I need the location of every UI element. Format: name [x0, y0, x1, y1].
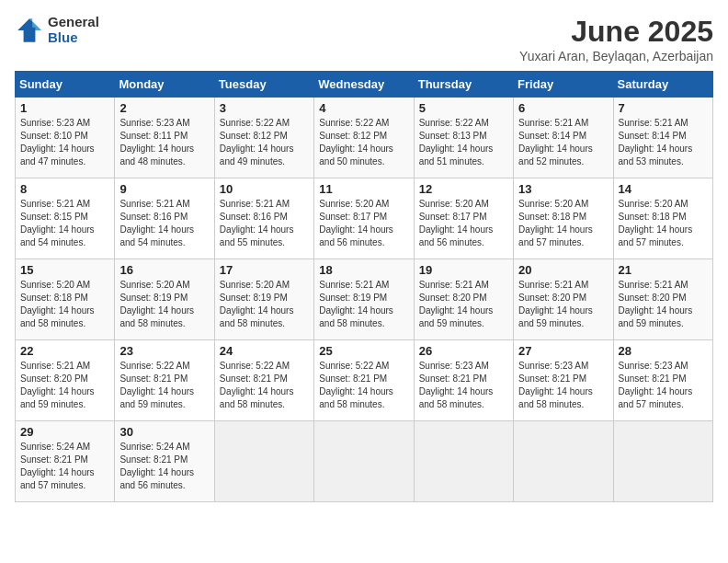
day-info: Sunrise: 5:22 AMSunset: 8:21 PMDaylight:…	[319, 361, 393, 409]
logo: General Blue	[15, 15, 99, 45]
day-info: Sunrise: 5:20 AMSunset: 8:17 PMDaylight:…	[319, 199, 393, 247]
logo-general: General	[48, 15, 99, 30]
calendar-cell: 4 Sunrise: 5:22 AMSunset: 8:12 PMDayligh…	[314, 98, 414, 178]
day-info: Sunrise: 5:24 AMSunset: 8:21 PMDaylight:…	[119, 442, 194, 490]
day-info: Sunrise: 5:20 AMSunset: 8:19 PMDaylight:…	[220, 280, 294, 328]
day-number: 25	[319, 344, 408, 358]
day-number: 7	[619, 101, 708, 115]
day-info: Sunrise: 5:23 AMSunset: 8:10 PMDaylight:…	[20, 118, 95, 167]
weekday-header-row: SundayMondayTuesdayWednesdayThursdayFrid…	[16, 72, 713, 98]
day-info: Sunrise: 5:21 AMSunset: 8:14 PMDaylight:…	[619, 118, 693, 167]
day-info: Sunrise: 5:20 AMSunset: 8:18 PMDaylight:…	[20, 280, 95, 328]
day-number: 5	[419, 101, 508, 115]
calendar-cell: 29 Sunrise: 5:24 AMSunset: 8:21 PMDaylig…	[16, 421, 115, 502]
logo-blue: Blue	[48, 30, 99, 46]
calendar-cell: 28 Sunrise: 5:23 AMSunset: 8:21 PMDaylig…	[613, 340, 712, 421]
calendar-cell: 15 Sunrise: 5:20 AMSunset: 8:18 PMDaylig…	[16, 259, 115, 340]
calendar-week-row: 29 Sunrise: 5:24 AMSunset: 8:21 PMDaylig…	[16, 421, 713, 502]
day-number: 1	[20, 101, 109, 115]
day-info: Sunrise: 5:21 AMSunset: 8:19 PMDaylight:…	[319, 280, 393, 328]
calendar-cell: 25 Sunrise: 5:22 AMSunset: 8:21 PMDaylig…	[314, 340, 414, 421]
day-info: Sunrise: 5:21 AMSunset: 8:14 PMDaylight:…	[518, 118, 593, 167]
day-number: 13	[518, 182, 608, 196]
day-number: 3	[220, 101, 309, 115]
day-number: 21	[619, 263, 708, 277]
day-info: Sunrise: 5:20 AMSunset: 8:19 PMDaylight:…	[119, 280, 194, 328]
day-number: 9	[119, 182, 209, 196]
day-info: Sunrise: 5:23 AMSunset: 8:21 PMDaylight:…	[419, 361, 494, 409]
calendar-cell: 13 Sunrise: 5:20 AMSunset: 8:18 PMDaylig…	[514, 178, 613, 259]
day-number: 26	[419, 344, 508, 358]
calendar-cell: 3 Sunrise: 5:22 AMSunset: 8:12 PMDayligh…	[214, 98, 313, 178]
day-number: 11	[319, 182, 408, 196]
calendar-week-row: 8 Sunrise: 5:21 AMSunset: 8:15 PMDayligh…	[16, 178, 713, 259]
calendar-cell: 24 Sunrise: 5:22 AMSunset: 8:21 PMDaylig…	[214, 340, 313, 421]
weekday-header: Tuesday	[214, 72, 313, 98]
calendar-week-row: 1 Sunrise: 5:23 AMSunset: 8:10 PMDayligh…	[16, 98, 713, 178]
calendar-cell: 5 Sunrise: 5:22 AMSunset: 8:13 PMDayligh…	[414, 98, 513, 178]
day-info: Sunrise: 5:21 AMSunset: 8:20 PMDaylight:…	[419, 280, 494, 328]
day-number: 15	[20, 263, 109, 277]
calendar-cell: 16 Sunrise: 5:20 AMSunset: 8:19 PMDaylig…	[115, 259, 214, 340]
calendar-cell: 17 Sunrise: 5:20 AMSunset: 8:19 PMDaylig…	[214, 259, 313, 340]
day-number: 28	[619, 344, 708, 358]
calendar-cell: 14 Sunrise: 5:20 AMSunset: 8:18 PMDaylig…	[613, 178, 712, 259]
day-number: 6	[518, 101, 608, 115]
calendar-week-row: 15 Sunrise: 5:20 AMSunset: 8:18 PMDaylig…	[16, 259, 713, 340]
calendar-cell: 2 Sunrise: 5:23 AMSunset: 8:11 PMDayligh…	[115, 98, 214, 178]
calendar-cell	[314, 421, 414, 502]
day-info: Sunrise: 5:20 AMSunset: 8:18 PMDaylight:…	[619, 199, 693, 247]
calendar-cell: 21 Sunrise: 5:21 AMSunset: 8:20 PMDaylig…	[613, 259, 712, 340]
calendar-cell: 10 Sunrise: 5:21 AMSunset: 8:16 PMDaylig…	[214, 178, 313, 259]
day-info: Sunrise: 5:21 AMSunset: 8:20 PMDaylight:…	[20, 361, 95, 409]
title-area: June 2025 Yuxari Aran, Beylaqan, Azerbai…	[519, 15, 713, 63]
day-info: Sunrise: 5:22 AMSunset: 8:12 PMDaylight:…	[220, 118, 294, 167]
calendar-subtitle: Yuxari Aran, Beylaqan, Azerbaijan	[519, 49, 713, 63]
day-number: 17	[220, 263, 309, 277]
day-info: Sunrise: 5:23 AMSunset: 8:21 PMDaylight:…	[518, 361, 593, 409]
day-number: 27	[518, 344, 608, 358]
day-info: Sunrise: 5:21 AMSunset: 8:20 PMDaylight:…	[518, 280, 593, 328]
calendar-cell	[514, 421, 613, 502]
day-number: 10	[220, 182, 309, 196]
day-info: Sunrise: 5:20 AMSunset: 8:18 PMDaylight:…	[518, 199, 593, 247]
calendar-cell: 23 Sunrise: 5:22 AMSunset: 8:21 PMDaylig…	[115, 340, 214, 421]
calendar-cell: 9 Sunrise: 5:21 AMSunset: 8:16 PMDayligh…	[115, 178, 214, 259]
day-info: Sunrise: 5:24 AMSunset: 8:21 PMDaylight:…	[20, 442, 95, 490]
day-number: 19	[419, 263, 508, 277]
calendar-cell	[214, 421, 313, 502]
day-info: Sunrise: 5:21 AMSunset: 8:16 PMDaylight:…	[220, 199, 294, 247]
day-info: Sunrise: 5:23 AMSunset: 8:21 PMDaylight:…	[619, 361, 693, 409]
day-info: Sunrise: 5:22 AMSunset: 8:12 PMDaylight:…	[319, 118, 393, 167]
calendar-cell: 30 Sunrise: 5:24 AMSunset: 8:21 PMDaylig…	[115, 421, 214, 502]
logo-text: General Blue	[48, 15, 99, 45]
weekday-header: Sunday	[16, 72, 115, 98]
calendar-cell: 26 Sunrise: 5:23 AMSunset: 8:21 PMDaylig…	[414, 340, 513, 421]
day-info: Sunrise: 5:20 AMSunset: 8:17 PMDaylight:…	[419, 199, 494, 247]
day-number: 16	[119, 263, 209, 277]
day-number: 8	[20, 182, 109, 196]
calendar-cell	[613, 421, 712, 502]
weekday-header: Friday	[514, 72, 613, 98]
calendar-cell	[414, 421, 513, 502]
day-number: 24	[220, 344, 309, 358]
day-number: 18	[319, 263, 408, 277]
calendar-cell: 18 Sunrise: 5:21 AMSunset: 8:19 PMDaylig…	[314, 259, 414, 340]
day-number: 2	[119, 101, 209, 115]
calendar-title: June 2025	[519, 15, 713, 49]
day-number: 23	[119, 344, 209, 358]
calendar-week-row: 22 Sunrise: 5:21 AMSunset: 8:20 PMDaylig…	[16, 340, 713, 421]
day-number: 14	[619, 182, 708, 196]
day-info: Sunrise: 5:21 AMSunset: 8:20 PMDaylight:…	[619, 280, 693, 328]
calendar-cell: 20 Sunrise: 5:21 AMSunset: 8:20 PMDaylig…	[514, 259, 613, 340]
day-info: Sunrise: 5:21 AMSunset: 8:16 PMDaylight:…	[119, 199, 194, 247]
calendar-header: General Blue June 2025 Yuxari Aran, Beyl…	[15, 15, 713, 63]
day-info: Sunrise: 5:22 AMSunset: 8:21 PMDaylight:…	[220, 361, 294, 409]
day-info: Sunrise: 5:23 AMSunset: 8:11 PMDaylight:…	[119, 118, 194, 167]
weekday-header: Wednesday	[314, 72, 414, 98]
day-number: 4	[319, 101, 408, 115]
logo-icon	[15, 16, 44, 45]
calendar-cell: 8 Sunrise: 5:21 AMSunset: 8:15 PMDayligh…	[16, 178, 115, 259]
day-info: Sunrise: 5:21 AMSunset: 8:15 PMDaylight:…	[20, 199, 95, 247]
calendar-cell: 19 Sunrise: 5:21 AMSunset: 8:20 PMDaylig…	[414, 259, 513, 340]
